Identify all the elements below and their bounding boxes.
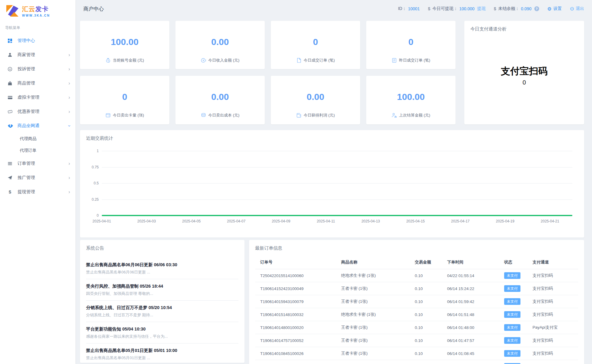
stat-value: 0.00 — [175, 37, 265, 47]
brand-domain: WWW.3KA.CN — [22, 14, 50, 17]
stat-value: 0 — [271, 37, 360, 47]
handshake-icon — [8, 123, 14, 128]
sidebar-item-商品管理[interactable]: 商品管理› — [0, 76, 75, 90]
order-status-cell: 未支付 — [499, 347, 527, 360]
x-axis-tick: 2025-04-03 — [137, 219, 156, 223]
transactions-chart-card: 近期交易统计 10.750.50.2502025-04-012025-04-03… — [80, 130, 584, 238]
logout-button[interactable]: 退出 — [570, 6, 584, 11]
card-sold-icon — [105, 113, 111, 118]
order-status-cell: 未支付 — [499, 269, 527, 282]
chevron-right-icon: › — [69, 53, 70, 57]
y-axis-tick: 1 — [97, 149, 99, 153]
payment-channel-name: 支付宝扫码 — [464, 65, 584, 78]
stat-card: 0.00今日卖出成本 (元) — [175, 76, 265, 124]
notice-item[interactable]: 禁止出售商品黑名单06月06日更新 06/06 03:30禁止出售商品黑名单06… — [86, 258, 238, 279]
sidebar-item-label: 商品全网通 — [18, 123, 40, 129]
notice-desc: 禁止出售商品黑名单06月06日更新 ... — [86, 270, 238, 275]
stat-card: 0.00¥今日收入金额 (元) — [175, 21, 265, 69]
x-axis-tick: 2025-04-15 — [406, 219, 425, 223]
help-icon[interactable]: ? — [534, 6, 539, 11]
x-axis-tick: 2025-04-11 — [317, 219, 335, 223]
channel-cell: 支付宝扫码 — [527, 347, 578, 360]
stat-label: 今日成交订单 (笔) — [304, 58, 335, 63]
stat-value: 0.00 — [271, 92, 360, 102]
withdraw-link[interactable]: 提现 — [477, 6, 486, 11]
product-cell: 绝地求生卡密 (1张) — [336, 269, 410, 282]
sidebar-item-label: 虚拟卡管理 — [18, 94, 40, 100]
settings-button[interactable]: ⚙ 设置 — [547, 6, 562, 12]
table-row: T190614015943100079王者卡密 (1张)0.1006/14 01… — [255, 295, 578, 308]
notice-item[interactable]: 禁止出售商品黑名单05月01日更新 05/01 10:00禁止出售商品黑名单05… — [86, 343, 238, 364]
brand-logo-icon — [5, 5, 19, 17]
yen-circle-icon: ¥ — [201, 58, 206, 63]
stat-card: 0今日成交订单 (笔) — [271, 21, 360, 69]
status-badge: 未支付 — [504, 298, 520, 305]
order-no-cell: T190614014757100052 — [255, 334, 336, 347]
x-axis-tick: 2025-04-19 — [496, 219, 514, 223]
sidebar-item-label: 投诉管理 — [18, 66, 35, 72]
y-axis-tick: 0.5 — [94, 181, 99, 185]
channel-cell: 支付宝扫码 — [527, 308, 578, 321]
status-badge: 未支付 — [504, 324, 520, 331]
virtual-card-icon — [8, 95, 14, 100]
sidebar-item-优惠券管理[interactable]: 优惠券管理› — [0, 104, 75, 119]
notice-item[interactable]: 平台更新功能告知 05/04 10:30感谢各位商家一路以来的支持与信任，平台为… — [86, 322, 238, 343]
stat-label: 今日卖出卡量 (张) — [113, 113, 144, 118]
settings-label: 设置 — [553, 6, 562, 11]
sidebar-item-提现管理[interactable]: $提现管理› — [0, 185, 75, 199]
chart-series-line — [102, 215, 572, 216]
x-axis-tick: 2025-04-09 — [272, 219, 290, 223]
stat-card: 0.00今日获得利润 (元) — [271, 76, 360, 124]
orders-column-header: 交易金额 — [410, 258, 442, 269]
sidebar-item-商家管理[interactable]: 商家管理› — [0, 48, 75, 62]
sidebar-item-推广管理[interactable]: 推广管理› — [0, 171, 75, 185]
sidebar-item-虚拟卡管理[interactable]: 虚拟卡管理› — [0, 90, 75, 104]
product-icon — [8, 81, 14, 86]
channel-cell: 支付宝扫码 — [527, 269, 578, 282]
svg-text:¥: ¥ — [107, 59, 109, 62]
product-cell: 阴阳师卡密 (1张) — [336, 360, 410, 364]
orders-column-header: 支付通道 — [527, 258, 578, 269]
sidebar-subitem-代理订单[interactable]: 代理订单 — [0, 145, 75, 156]
status-badge: 未支付 — [504, 285, 520, 292]
payment-channel-panel: 今日支付通道分析 支付宝扫码 0 — [464, 21, 584, 124]
topbar-right: ID： 10001 $ 今日可提现： 100.000 提现 $ 未结余额： 0.… — [398, 6, 584, 12]
chevron-right-icon: › — [69, 161, 70, 166]
notice-desc: 感谢各位商家一路以来的支持与信任，平台为... — [86, 334, 238, 339]
y-axis-tick: 0.75 — [92, 165, 99, 169]
notice-title: 受央行风控、加强商品管制 05/26 18:44 — [86, 283, 238, 289]
table-row: T190614014757100052王者卡密 (1张)0.1006/14 01… — [255, 334, 578, 347]
sidebar-menu: 管理中心商家管理›投诉管理›商品管理›虚拟卡管理›优惠券管理›商品全网通›代理商… — [0, 34, 75, 199]
dollar-icon: $ — [428, 6, 430, 11]
amount-cell: 0.10 — [410, 321, 442, 334]
stat-label: 当前账号金额 (元) — [113, 58, 144, 63]
sidebar-item-商品全网通[interactable]: 商品全网通› — [0, 119, 75, 133]
orders-column-header: 商品名称 — [336, 258, 410, 269]
payment-channel-count: 0 — [464, 79, 584, 86]
merchant-icon — [8, 53, 14, 57]
notice-item[interactable]: 分销系统上线、日过百万不是梦 05/20 10:54分销系统上线、日过百万不是梦… — [86, 301, 238, 322]
stat-value: 0.00 — [175, 92, 265, 102]
sidebar-item-订单管理[interactable]: 订单管理› — [0, 156, 75, 171]
dollar-icon: $ — [494, 6, 496, 11]
sidebar-item-投诉管理[interactable]: 投诉管理› — [0, 62, 75, 76]
order-status-cell: 未支付 — [499, 360, 527, 364]
gridline — [102, 200, 572, 200]
sidebar-subitem-代理商品[interactable]: 代理商品 — [0, 133, 75, 145]
gridline — [102, 167, 572, 168]
y-axis-tick: 0 — [97, 213, 99, 218]
table-row: T190614152423100049王者卡密 (1张)0.1006/14 15… — [255, 282, 578, 295]
channel-cell: 支付宝扫码 — [527, 282, 578, 295]
notice-desc: 禁止出售商品黑名单05月01日更新 ... — [86, 355, 238, 361]
amount-cell: 0.10 — [410, 295, 442, 308]
stat-card: 0今日卖出卡量 (张) — [80, 76, 169, 124]
table-row: T190614010359100088阴阳师卡密 (1张)0.1006/14 0… — [255, 360, 578, 364]
brand-logo[interactable]: 汇云发卡 WWW.3KA.CN — [0, 0, 75, 19]
x-axis-tick: 2025-04-17 — [451, 219, 469, 223]
sidebar-item-管理中心[interactable]: 管理中心 — [0, 34, 75, 48]
order-no-cell: T190614015148100032 — [255, 308, 336, 321]
chevron-right-icon: › — [69, 190, 70, 194]
time-cell: 06/14 01:08:45 — [442, 347, 499, 360]
moneybag-icon: ¥ — [105, 58, 111, 63]
notice-item[interactable]: 受央行风控、加强商品管制 05/26 18:44因受央行管制、加强商品管理 尊敬… — [86, 279, 238, 301]
